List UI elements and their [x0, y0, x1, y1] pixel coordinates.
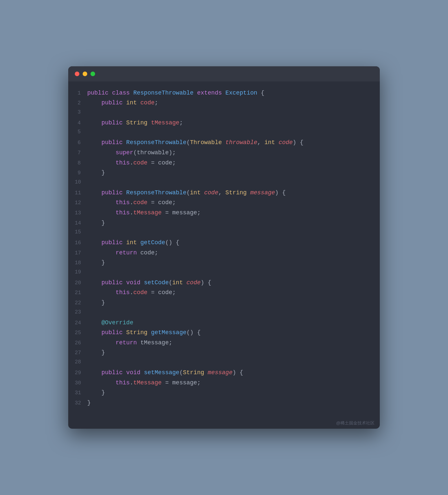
code-line: 29 public void setMessage(String message… — [75, 368, 370, 378]
maximize-button[interactable] — [91, 72, 95, 76]
code-line: 15 — [75, 228, 370, 238]
code-line: 8 this.code = code; — [75, 158, 370, 168]
code-line: 9 } — [75, 168, 370, 178]
code-line: 13 this.tMessage = message; — [75, 208, 370, 218]
code-line: 20 public void setCode(int code) { — [75, 278, 370, 288]
code-line: 10 — [75, 178, 370, 188]
code-line: 17 return code; — [75, 248, 370, 258]
code-line: 1 public class ResponseThrowable extends… — [75, 88, 370, 98]
code-line: 22 } — [75, 298, 370, 308]
code-line: 31 } — [75, 388, 370, 398]
code-line: 2 public int code; — [75, 98, 370, 108]
code-line: 12 this.code = code; — [75, 198, 370, 208]
watermark: @稀土掘金技术社区 — [68, 418, 380, 429]
code-line: 26 return tMessage; — [75, 338, 370, 348]
code-line: 3 — [75, 108, 370, 118]
code-window: 1 public class ResponseThrowable extends… — [68, 66, 380, 429]
code-editor: 1 public class ResponseThrowable extends… — [68, 81, 380, 418]
code-line: 5 — [75, 128, 370, 138]
code-line: 23 — [75, 308, 370, 318]
code-line: 7 super(throwable); — [75, 148, 370, 158]
code-line: 28 — [75, 358, 370, 368]
code-line: 19 — [75, 268, 370, 278]
code-line: 24 @Override — [75, 318, 370, 328]
code-line: 25 public String getMessage() { — [75, 328, 370, 338]
code-line: 14 } — [75, 218, 370, 228]
code-line: 6 public ResponseThrowable(Throwable thr… — [75, 138, 370, 148]
code-line: 32 } — [75, 398, 370, 408]
close-button[interactable] — [75, 72, 79, 76]
code-line: 16 public int getCode() { — [75, 238, 370, 248]
code-line: 18 } — [75, 258, 370, 268]
titlebar — [68, 66, 380, 81]
code-line: 30 this.tMessage = message; — [75, 378, 370, 388]
code-line: 27 } — [75, 348, 370, 358]
code-line: 11 public ResponseThrowable(int code, St… — [75, 188, 370, 198]
code-line: 21 this.code = code; — [75, 288, 370, 298]
code-line: 4 public String tMessage; — [75, 118, 370, 128]
minimize-button[interactable] — [83, 72, 87, 76]
